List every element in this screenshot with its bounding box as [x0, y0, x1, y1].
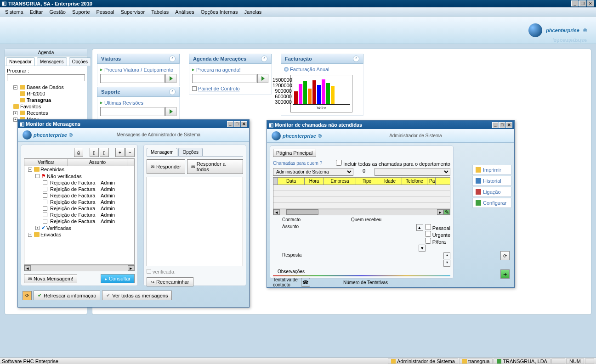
- tree-favoritos[interactable]: Favoritos: [20, 104, 41, 109]
- tool-button-plus[interactable]: +: [115, 148, 125, 157]
- menu-supervisor[interactable]: Supervisor: [118, 8, 148, 16]
- user-select[interactable]: Administrador de Sistema: [273, 168, 353, 176]
- message-row[interactable]: Rejeição de FacturaAdmin: [24, 205, 134, 212]
- tree-expand-icon[interactable]: +: [28, 233, 32, 237]
- minimize-button[interactable]: _: [571, 0, 579, 6]
- tool-button-1[interactable]: ⎙: [74, 148, 83, 157]
- responder-button[interactable]: ✉ Responder: [147, 159, 185, 174]
- tree-expand-icon[interactable]: +: [13, 111, 17, 115]
- responder-todos-button[interactable]: ✉ Responder a todos: [187, 159, 243, 174]
- close-button[interactable]: ✕: [587, 0, 594, 6]
- incluir-checkbox[interactable]: [336, 160, 342, 166]
- link-procura-viatura[interactable]: ▸Procura Viatura / Equipamento: [100, 67, 176, 73]
- tab-mensagens[interactable]: Mensagens: [37, 57, 67, 66]
- ver-todas-button[interactable]: ✔Ver todas as mensagens: [102, 291, 172, 300]
- message-checkbox[interactable]: [43, 219, 47, 224]
- call-close-button[interactable]: ✕: [506, 122, 512, 128]
- message-row[interactable]: Rejeição de FacturaAdmin: [24, 199, 134, 205]
- nova-mensagem-button[interactable]: ✉ Nova Mensagem!: [24, 274, 77, 283]
- green-action-button[interactable]: ➜: [500, 269, 510, 279]
- message-checkbox[interactable]: [43, 180, 47, 185]
- resposta-down[interactable]: ▾: [443, 260, 450, 267]
- action-ligacao[interactable]: Ligação: [472, 187, 511, 197]
- message-row[interactable]: Rejeição de FacturaAdmin: [24, 192, 134, 199]
- maximize-button[interactable]: ❐: [579, 0, 586, 6]
- collapse-icon[interactable]: ˄: [353, 56, 359, 62]
- link-painel-controlo[interactable]: Painel de Controlo: [192, 86, 268, 91]
- message-row[interactable]: Rejeição de FacturaAdmin: [24, 218, 134, 224]
- procurar-input[interactable]: [7, 74, 85, 81]
- up-stepper[interactable]: ▴: [416, 224, 423, 231]
- tree-expand-icon[interactable]: +: [13, 118, 17, 122]
- tree-enviadas[interactable]: Enviadas: [40, 232, 61, 237]
- msg-close-button[interactable]: ✕: [241, 121, 247, 127]
- action-imprimir[interactable]: Imprimir: [472, 165, 511, 175]
- verificada-checkbox[interactable]: [147, 269, 151, 274]
- pfora-checkbox[interactable]: [425, 238, 431, 244]
- message-checkbox[interactable]: [43, 193, 47, 198]
- collapse-icon[interactable]: ˄: [169, 89, 176, 95]
- resposta-up[interactable]: ▴: [443, 252, 450, 259]
- tree-verificadas[interactable]: Verificadas: [46, 225, 71, 231]
- tab-opcoes[interactable]: Opções: [69, 57, 91, 66]
- msg-maximize-button[interactable]: □: [234, 121, 240, 127]
- suporte-search-input[interactable]: [100, 107, 165, 116]
- action-configurar[interactable]: Configurar: [472, 198, 511, 208]
- consultar-button[interactable]: ▸ Consultar: [101, 274, 135, 283]
- orange-action-button[interactable]: ⟳: [500, 251, 510, 260]
- tree-rh2010[interactable]: RH2010: [27, 91, 45, 96]
- message-checkbox[interactable]: [43, 206, 47, 211]
- agenda-search-input[interactable]: [192, 74, 256, 83]
- tree-expand-icon[interactable]: +: [35, 226, 40, 230]
- tool-button-2[interactable]: ▯: [90, 148, 99, 157]
- message-row[interactable]: Rejeição de FacturaAdmin: [24, 186, 134, 192]
- message-checkbox[interactable]: [43, 213, 47, 217]
- message-row[interactable]: Rejeição de FacturaAdmin: [24, 212, 134, 218]
- collapse-icon[interactable]: ˄: [169, 56, 176, 62]
- tree-bases[interactable]: Bases de Dados: [27, 84, 64, 90]
- phone-icon[interactable]: ☎: [301, 278, 310, 287]
- call-maximize-button[interactable]: □: [499, 122, 505, 128]
- link-facturacao-anual[interactable]: Facturação Anual: [284, 67, 360, 72]
- message-checkbox[interactable]: [43, 200, 47, 204]
- menu-analises[interactable]: Análises: [172, 8, 198, 16]
- tree-transgrua[interactable]: Transgrua: [27, 97, 51, 103]
- grid-scroll-right[interactable]: ▸: [437, 209, 443, 215]
- refresh-icon-button[interactable]: ⟳: [23, 291, 32, 300]
- menu-opcoes[interactable]: Opções Internas: [198, 8, 241, 16]
- msg-minimize-button[interactable]: _: [227, 121, 233, 127]
- menu-janelas[interactable]: Janelas: [241, 8, 265, 16]
- tool-button-minus[interactable]: −: [125, 148, 135, 157]
- link-ultimas-revisoes[interactable]: ▸Ultimas Revisões: [100, 100, 176, 106]
- tab-navegador[interactable]: Navegador: [6, 57, 35, 66]
- tab-mensagem[interactable]: Mensagem: [147, 148, 177, 156]
- tree-collapse-icon[interactable]: −: [13, 85, 17, 90]
- tree-recebidas[interactable]: Recebidas: [40, 167, 64, 172]
- message-row[interactable]: Rejeição de FacturaAdmin: [24, 179, 134, 186]
- action-historial[interactable]: Historial: [472, 176, 511, 186]
- message-checkbox[interactable]: [43, 187, 47, 191]
- menu-editar[interactable]: Editar: [27, 8, 46, 16]
- viatura-search-input[interactable]: [100, 74, 165, 83]
- tree-recentes[interactable]: Recentes: [27, 110, 48, 116]
- link-procura-agenda[interactable]: ▸Procura na agenda!: [192, 67, 268, 73]
- menu-tabelas[interactable]: Tabelas: [148, 8, 172, 16]
- suporte-go-button[interactable]: [165, 107, 176, 116]
- scroll-right-button[interactable]: ▸: [128, 265, 134, 271]
- tool-button-3[interactable]: ▯: [100, 148, 109, 157]
- tree-nao-verificadas[interactable]: Não verificadas: [47, 174, 82, 179]
- urgente-checkbox[interactable]: [425, 231, 431, 237]
- down-stepper[interactable]: ▾: [419, 245, 426, 252]
- call-minimize-button[interactable]: _: [492, 122, 499, 128]
- collapse-icon[interactable]: ˄: [261, 56, 267, 62]
- tree-collapse-icon[interactable]: −: [28, 168, 32, 172]
- pagina-principal-button[interactable]: Página Principal: [273, 149, 316, 157]
- menu-gestao[interactable]: Gestão: [46, 8, 69, 16]
- tab-opcoes-msg[interactable]: Opções: [178, 148, 202, 156]
- grid-scroll-left[interactable]: ◂: [273, 209, 280, 215]
- viatura-go-button[interactable]: [165, 74, 176, 83]
- refrescar-button[interactable]: ✔Refrescar a informação: [34, 291, 100, 300]
- agenda-go-button[interactable]: [257, 74, 268, 83]
- tree-collapse-icon[interactable]: −: [35, 174, 40, 178]
- menu-suporte[interactable]: Suporte: [69, 8, 93, 16]
